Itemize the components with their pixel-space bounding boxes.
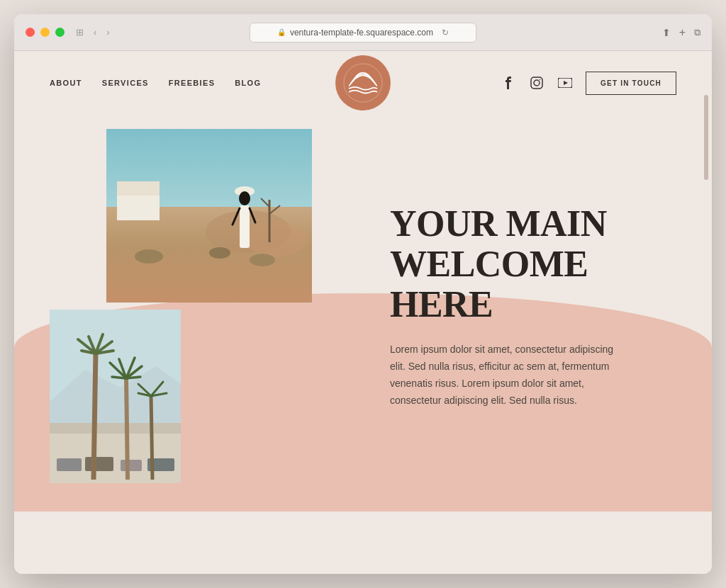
nav-blog[interactable]: BLOG xyxy=(235,79,261,87)
svg-line-42 xyxy=(151,395,152,480)
svg-point-2 xyxy=(534,80,540,86)
palm-scene xyxy=(50,310,181,483)
back-button[interactable]: ‹ xyxy=(91,26,99,39)
svg-rect-24 xyxy=(57,458,82,471)
svg-rect-25 xyxy=(85,457,113,471)
hero-images xyxy=(50,129,347,483)
hero-headline: YOUR MAIN WELCOME HERE xyxy=(390,203,676,325)
hero-headline-line1: YOUR MAIN xyxy=(390,203,607,244)
get-in-touch-button[interactable]: GET IN TOUCH xyxy=(586,72,676,95)
maximize-button[interactable] xyxy=(55,28,65,37)
logo-circle xyxy=(335,55,391,111)
desert-ground xyxy=(106,207,312,303)
close-button[interactable] xyxy=(26,28,35,37)
window-icon[interactable]: ⊞ xyxy=(73,26,86,39)
svg-line-35 xyxy=(126,377,128,480)
nav-services[interactable]: SERVICES xyxy=(102,79,149,87)
building xyxy=(117,181,160,220)
forward-button[interactable]: › xyxy=(104,26,112,39)
hero-body-text: Lorem ipsum dolor sit amet, consectetur … xyxy=(390,341,617,409)
nav-right: GET IN TOUCH xyxy=(501,72,676,95)
instagram-icon[interactable] xyxy=(529,75,544,91)
new-tab-icon[interactable]: + xyxy=(679,26,686,39)
lock-icon: 🔒 xyxy=(277,28,286,36)
navbar: ABOUT SERVICES FREEBIES BLOG xyxy=(14,51,712,115)
browser-window: ⊞ ‹ › 🔒 ventura-template-fe.squarespace.… xyxy=(14,14,712,574)
svg-point-0 xyxy=(344,64,382,102)
hero-image-main xyxy=(106,129,312,303)
svg-rect-26 xyxy=(121,460,142,471)
url-text: ventura-template-fe.squarespace.com xyxy=(290,28,433,38)
hero-section: YOUR MAIN WELCOME HERE Lorem ipsum dolor… xyxy=(14,115,712,511)
browser-chrome: ⊞ ‹ › 🔒 ventura-template-fe.squarespace.… xyxy=(14,14,712,51)
website-content: ABOUT SERVICES FREEBIES BLOG xyxy=(14,51,712,574)
nav-left: ABOUT SERVICES FREEBIES BLOG xyxy=(50,79,261,87)
browser-controls: ⊞ ‹ › xyxy=(73,26,113,39)
desert-scene xyxy=(106,129,312,303)
hero-headline-line2: WELCOME HERE xyxy=(390,244,588,324)
share-icon[interactable]: ⬆ xyxy=(662,27,671,38)
hero-image-secondary xyxy=(50,310,181,483)
nav-freebies[interactable]: FREEBIES xyxy=(169,79,216,87)
tabs-icon[interactable]: ⧉ xyxy=(694,27,700,38)
svg-line-40 xyxy=(126,377,140,378)
palm-scene-svg xyxy=(50,310,181,483)
nav-about[interactable]: ABOUT xyxy=(50,79,82,87)
svg-rect-1 xyxy=(531,77,542,89)
minimize-button[interactable] xyxy=(40,28,50,37)
browser-right-controls: ⬆ + ⧉ xyxy=(662,26,700,39)
nav-logo[interactable] xyxy=(335,55,391,111)
svg-point-3 xyxy=(540,79,541,81)
svg-line-41 xyxy=(112,377,126,378)
address-bar[interactable]: 🔒 ventura-template-fe.squarespace.com ↻ xyxy=(250,23,476,43)
facebook-icon[interactable] xyxy=(501,75,516,91)
hero-text: YOUR MAIN WELCOME HERE Lorem ipsum dolor… xyxy=(390,203,676,409)
svg-marker-5 xyxy=(564,81,568,85)
reload-icon[interactable]: ↻ xyxy=(442,28,449,38)
logo-svg xyxy=(342,62,384,103)
youtube-icon[interactable] xyxy=(557,75,573,91)
svg-line-28 xyxy=(94,352,96,480)
traffic-lights xyxy=(26,28,65,37)
svg-rect-23 xyxy=(50,423,181,434)
